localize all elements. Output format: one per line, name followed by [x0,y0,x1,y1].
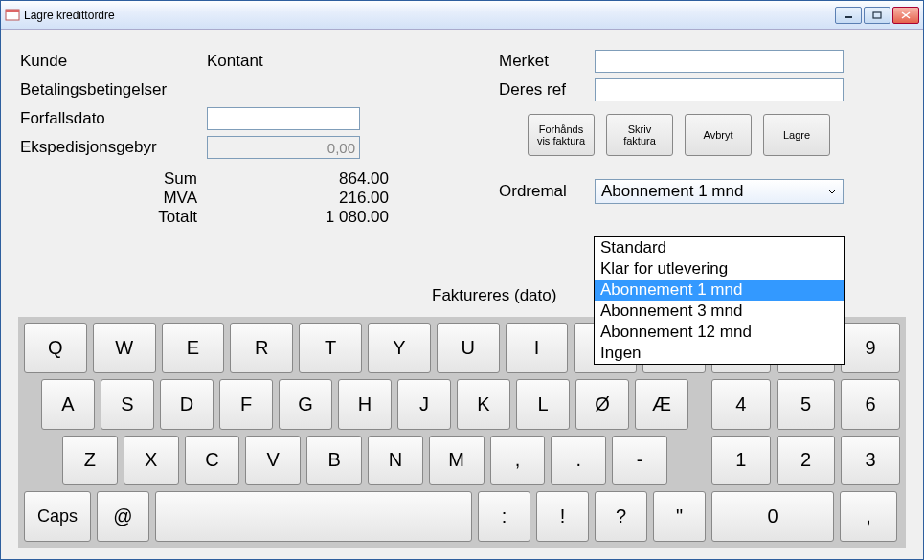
key-M[interactable]: M [429,436,485,486]
key-I[interactable]: I [506,323,569,373]
forfall-label: Forfallsdato [20,109,207,128]
key-caps[interactable]: Caps [24,491,91,542]
key--[interactable]: - [612,436,667,486]
app-window: Lagre kredittordre Kunde Kontant Betalin… [0,0,924,560]
key-A[interactable]: A [41,379,95,430]
ordremal-selected-text: Abonnement 1 mnd [601,182,743,201]
key-B[interactable]: B [306,436,362,486]
merket-label: Merket [499,52,595,71]
sum-label: Sum [20,169,207,189]
key-J[interactable]: J [397,379,451,430]
key-C[interactable]: C [185,436,240,486]
key-.[interactable]: . [551,436,606,486]
key-:[interactable]: : [478,491,530,542]
deresref-input[interactable] [595,78,844,101]
ordremal-option[interactable]: Abonnement 12 mnd [595,322,844,343]
window-controls [835,7,919,24]
key-3[interactable]: 3 [841,436,900,486]
ordremal-option[interactable]: Standard [595,237,844,258]
key-comma[interactable]: , [840,491,897,542]
key-0[interactable]: 0 [711,491,834,542]
key-![interactable]: ! [536,491,589,542]
chevron-down-icon [827,187,837,196]
ordremal-option[interactable]: Klar for utlevering [595,258,844,280]
key-?[interactable]: ? [595,491,647,542]
sum-block: Sum864.00 MVA216.00 Totalt1 080.00 [20,169,470,227]
key-Y[interactable]: Y [368,323,431,373]
save-button[interactable]: Lagre [763,114,830,156]
key-D[interactable]: D [160,379,214,430]
window-title: Lagre kredittordre [24,9,115,22]
maximize-button[interactable] [864,7,890,24]
cancel-button[interactable]: Avbryt [685,114,752,156]
svg-rect-3 [873,12,881,18]
totalt-value: 1 080.00 [207,208,389,227]
key-K[interactable]: K [457,379,510,430]
right-column: Merket Deres ref Forhånds vis faktura Sk… [499,47,911,204]
faktureres-label: Faktureres (dato) [432,286,556,305]
key-at[interactable]: @ [97,491,149,542]
ordremal-option[interactable]: Abonnement 1 mnd [595,280,844,301]
ordremal-dropdown[interactable]: StandardKlar for utleveringAbonnement 1 … [594,236,845,365]
key-X[interactable]: X [124,436,179,486]
ordremal-combo[interactable]: Abonnement 1 mnd [595,179,844,204]
kunde-label: Kunde [20,52,207,71]
key-L[interactable]: L [516,379,570,430]
mva-label: MVA [20,189,207,208]
key-Z[interactable]: Z [62,436,118,486]
key-Q[interactable]: Q [24,323,87,373]
key-F[interactable]: F [219,379,273,430]
key-space[interactable] [155,491,472,542]
key-H[interactable]: H [338,379,392,430]
key-6[interactable]: 6 [841,379,900,430]
app-icon [5,8,20,23]
key-R[interactable]: R [230,323,293,373]
key-S[interactable]: S [101,379,154,430]
action-buttons: Forhånds vis faktura Skriv faktura Avbry… [528,114,911,156]
key-2[interactable]: 2 [777,436,836,486]
forfall-input[interactable] [207,107,360,130]
kunde-value: Kontant [207,52,263,71]
key-Ø[interactable]: Ø [575,379,629,430]
titlebar[interactable]: Lagre kredittordre [1,1,923,30]
content-area: Kunde Kontant Betalingsbetingelser Forfa… [1,30,923,559]
key-5[interactable]: 5 [777,379,836,430]
print-invoice-button[interactable]: Skriv faktura [606,114,673,156]
key-N[interactable]: N [368,436,423,486]
minimize-button[interactable] [835,7,862,24]
left-column: Kunde Kontant Betalingsbetingelser Forfa… [20,47,470,227]
merket-input[interactable] [595,50,844,73]
preview-invoice-button[interactable]: Forhånds vis faktura [528,114,595,156]
key-V[interactable]: V [245,436,301,486]
eksp-input [207,136,360,159]
key-G[interactable]: G [279,379,332,430]
ordremal-option[interactable]: Ingen [595,343,844,364]
key-4[interactable]: 4 [711,379,771,430]
key-W[interactable]: W [93,323,156,373]
svg-rect-1 [6,10,19,12]
mva-value: 216.00 [207,189,389,208]
eksp-label: Ekspedisjonsgebyr [20,138,207,157]
key-Æ[interactable]: Æ [635,379,688,430]
ordremal-label: Ordremal [499,182,595,201]
key-T[interactable]: T [299,323,362,373]
sum-value: 864.00 [207,169,389,189]
key-U[interactable]: U [437,323,500,373]
key-1[interactable]: 1 [711,436,771,486]
key-"[interactable]: " [653,491,706,542]
deresref-label: Deres ref [499,80,595,100]
key-E[interactable]: E [162,323,225,373]
betaling-label: Betalingsbetingelser [20,80,207,100]
totalt-label: Totalt [20,208,207,227]
close-button[interactable] [892,7,919,24]
key-9[interactable]: 9 [841,323,900,373]
ordremal-option[interactable]: Abonnement 3 mnd [595,301,844,322]
key-,[interactable]: , [490,436,546,486]
